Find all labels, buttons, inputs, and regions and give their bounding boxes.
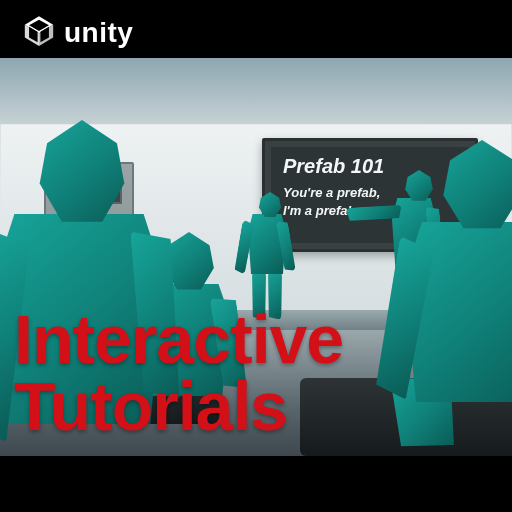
character-seated-right	[388, 140, 512, 450]
headline-line-2: Tutorials	[14, 373, 343, 440]
promo-scene: Prefab 101 You're a prefab, I'm a prefab…	[0, 0, 512, 512]
unity-logo: unity	[22, 14, 133, 52]
letterbox-bottom	[0, 456, 512, 512]
headline-line-1: Interactive	[14, 306, 343, 373]
headline: Interactive Tutorials	[14, 306, 343, 439]
brand-name: unity	[64, 17, 133, 49]
unity-cube-icon	[22, 14, 64, 52]
